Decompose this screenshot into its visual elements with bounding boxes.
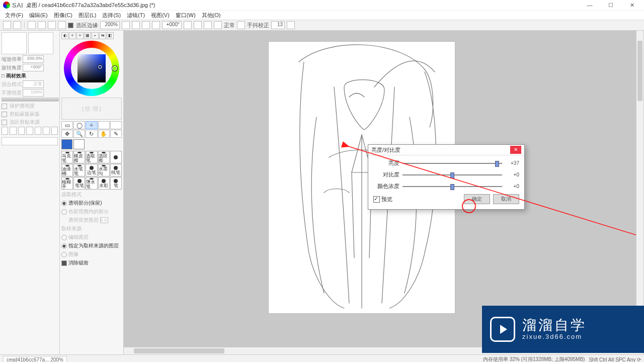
tool-hand[interactable]: ✋ <box>98 130 110 138</box>
op-mini[interactable]: 100% <box>23 89 44 97</box>
zoom-actual[interactable] <box>152 21 160 29</box>
brush-marker[interactable]: 马克笔 <box>61 151 73 163</box>
tb-redo[interactable] <box>13 21 21 29</box>
opt-colorrange[interactable]: 色彩范围内的部分 <box>61 208 122 215</box>
minimize-button[interactable]: — <box>580 1 600 10</box>
rot-ccw[interactable] <box>184 21 192 29</box>
brush-thinwater[interactable]: 薄水笔 <box>86 177 97 190</box>
blend-button[interactable] <box>237 21 245 29</box>
dialog-titlebar[interactable]: 亮度/对比度 ✕ <box>368 145 524 155</box>
zoom-in[interactable] <box>132 21 140 29</box>
hue-cursor[interactable] <box>112 66 117 71</box>
brush-bucket[interactable]: 油漆桶 <box>61 164 73 176</box>
flip-h[interactable] <box>214 21 222 29</box>
menu-window[interactable]: 窗口(W) <box>174 12 198 19</box>
opt-sourcelayer[interactable]: 指定为取样来源的图层 <box>61 242 122 249</box>
opt-threshold[interactable]: 5.0 <box>100 217 109 223</box>
color-depth-slider[interactable] <box>403 186 502 187</box>
tb-sel2[interactable] <box>38 21 46 29</box>
nav-thumb-layer[interactable] <box>28 32 53 54</box>
tool-lasso[interactable]: ◯ <box>73 121 85 129</box>
brush-pen2[interactable]: 笔 <box>110 177 122 190</box>
stabilizer-field[interactable]: 13 <box>271 21 285 29</box>
color-wheel[interactable] <box>64 41 119 96</box>
menu-layer[interactable]: 图层(L) <box>76 12 98 19</box>
opt-antialias[interactable]: 消除锯齿 <box>61 259 122 266</box>
brush-eraser[interactable]: 橡皮擦 <box>73 151 85 163</box>
mode-swap[interactable]: ⇆ <box>99 32 106 39</box>
menu-image[interactable]: 图像(C) <box>52 12 74 19</box>
selection-edge-toggle[interactable]: 选区边缘 <box>68 22 98 29</box>
rot-mini[interactable]: +000° <box>23 64 44 71</box>
maximize-button[interactable]: ☐ <box>601 1 621 10</box>
cancel-button[interactable]: 取消 <box>493 194 519 204</box>
mode-rgb[interactable]: ≡ <box>69 32 76 39</box>
zoom-out[interactable] <box>122 21 130 29</box>
menu-filter[interactable]: 滤镜(T) <box>125 12 147 19</box>
layer-btn-4[interactable] <box>26 127 33 135</box>
brush-wc[interactable]: 水彩 <box>98 177 110 190</box>
mode-sample[interactable]: ◧ <box>107 32 114 39</box>
tb-undo[interactable] <box>3 21 11 29</box>
mode-gray[interactable]: ▦ <box>84 32 91 39</box>
layer-item[interactable] <box>2 137 58 145</box>
tool-rect-sel[interactable]: ▭ <box>61 121 73 129</box>
brush-pen[interactable]: 笔笔 <box>73 177 85 190</box>
background-swatch[interactable] <box>73 139 85 149</box>
zoom-field[interactable]: 200% <box>100 21 120 29</box>
status-document[interactable]: cead41b6cc677a... 200% <box>3 356 67 363</box>
menu-edit[interactable]: 编辑(E) <box>27 12 50 19</box>
layer-btn-1[interactable] <box>2 127 8 135</box>
zoom-mini[interactable]: 200.0% <box>23 55 44 63</box>
brush-ink[interactable]: 水墨勾 <box>98 164 110 176</box>
contrast-handle[interactable] <box>450 172 454 178</box>
preview-checkbox[interactable]: 预览 <box>373 196 392 203</box>
opt-image[interactable]: 图像 <box>61 251 122 258</box>
sv-cursor[interactable] <box>98 65 102 69</box>
brush-selpen[interactable]: 选取笔 <box>86 151 97 163</box>
tool-zoom[interactable]: 🔍 <box>73 130 85 138</box>
layer-btn-5[interactable] <box>35 127 41 135</box>
opt-transparent[interactable]: 透明部分(保留) <box>61 200 122 207</box>
brightness-slider[interactable] <box>403 163 502 164</box>
mode-hsv[interactable]: ≡ <box>76 32 84 39</box>
rotation-field[interactable]: +000° <box>162 21 182 29</box>
layer-btn-2[interactable] <box>10 127 16 135</box>
opt-editlayer[interactable]: 编辑图层 <box>61 234 122 241</box>
brush-empty1[interactable] <box>110 151 122 163</box>
opacity-slider[interactable] <box>2 98 59 102</box>
foreground-swatch[interactable] <box>61 139 72 149</box>
zoom-fit[interactable] <box>142 21 150 29</box>
rot-reset[interactable] <box>204 21 212 29</box>
tb-sel1[interactable] <box>28 21 36 29</box>
dialog-close-button[interactable]: ✕ <box>510 146 521 154</box>
tool-rotate[interactable]: ↻ <box>86 130 97 138</box>
mode-ring[interactable]: ◐ <box>61 32 68 39</box>
texture-area[interactable]: [ 纹 理 ] <box>61 98 122 120</box>
tool-move[interactable]: ✥ <box>61 130 73 138</box>
layer-btn-3[interactable] <box>18 127 25 135</box>
brush-seleraser[interactable]: 选区擦 <box>98 151 110 163</box>
menu-other[interactable]: 其他(O) <box>200 12 223 19</box>
brush-edge[interactable]: 边笔 <box>86 164 97 176</box>
vertical-scrollbar[interactable] <box>636 31 643 347</box>
tool-picker[interactable]: ✎ <box>110 130 122 138</box>
menu-select[interactable]: 选择(S) <box>100 12 123 19</box>
menu-file[interactable]: 文件(F) <box>3 12 25 19</box>
chk-selection-source[interactable]: 选区剪贴来源 <box>2 119 58 126</box>
brush-line[interactable]: 线笔 <box>110 164 122 176</box>
tool-wand[interactable]: ✧ <box>86 121 97 129</box>
rot-cw[interactable] <box>194 21 202 29</box>
mode-pal[interactable]: ▪ <box>92 32 99 39</box>
color-depth-handle[interactable] <box>450 184 454 190</box>
chk-clipping[interactable]: 剪贴蒙版蒙版 <box>2 111 58 118</box>
blend-mini[interactable]: 正常 <box>23 80 44 88</box>
layer-btn-7[interactable] <box>51 127 58 135</box>
vscroll-thumb[interactable] <box>637 41 642 101</box>
hscroll-thumb[interactable] <box>134 348 224 353</box>
contrast-slider[interactable] <box>403 174 502 175</box>
tb-sel3[interactable] <box>48 21 56 29</box>
brush-blur[interactable]: 模糊手 <box>61 177 73 190</box>
menu-view[interactable]: 视图(V) <box>149 12 172 19</box>
layer-btn-6[interactable] <box>43 127 49 135</box>
